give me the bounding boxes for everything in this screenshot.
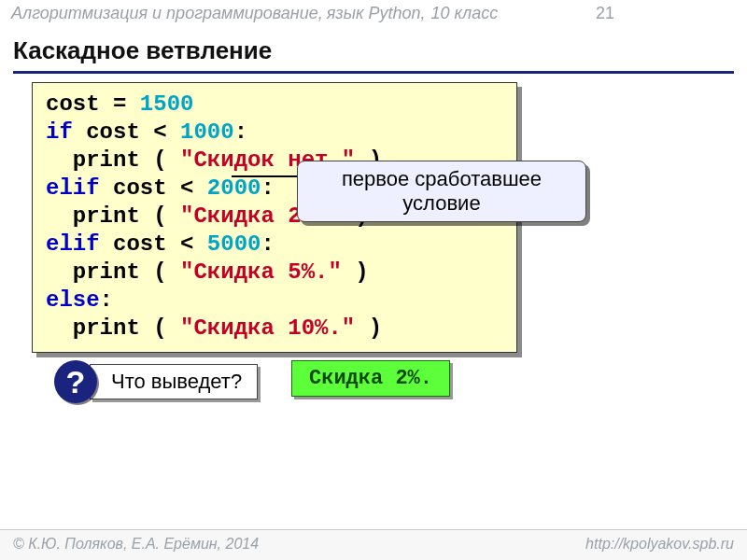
code-line: print ( "Скидка 5%." ) [46, 259, 369, 285]
callout-leader-line [232, 175, 301, 177]
answer-box: Скидка 2%. [291, 360, 450, 397]
subject-name: язык Python, [327, 4, 426, 23]
code-line: else: [46, 287, 113, 313]
slide-title: Каскадное ветвление [13, 36, 734, 74]
question-mark-icon: ? [54, 360, 97, 403]
page-number: 21 [596, 4, 736, 23]
code-line: if cost < 1000: [46, 119, 247, 145]
question-label: Что выведет? [90, 364, 258, 399]
course-name: Алгоритмизация и программирование, [11, 4, 323, 23]
code-line: print ( "Скидка 10%." ) [46, 315, 382, 341]
code-line: elif cost < 2000: [46, 175, 275, 201]
grade-label: 10 класс [430, 4, 498, 23]
code-line: cost = 1500 [46, 91, 193, 117]
slide-footer: © К.Ю. Поляков, Е.А. Ерёмин, 2014 http:/… [0, 529, 747, 560]
callout-box: первое сработавшее условие [297, 161, 586, 222]
code-line: elif cost < 5000: [46, 231, 275, 257]
slide-header: Алгоритмизация и программирование, язык … [0, 0, 747, 29]
footer-copyright: © К.Ю. Поляков, Е.А. Ерёмин, 2014 [13, 536, 259, 553]
question-row: ? Что выведет? [54, 360, 258, 403]
footer-url: http://kpolyakov.spb.ru [585, 536, 734, 553]
